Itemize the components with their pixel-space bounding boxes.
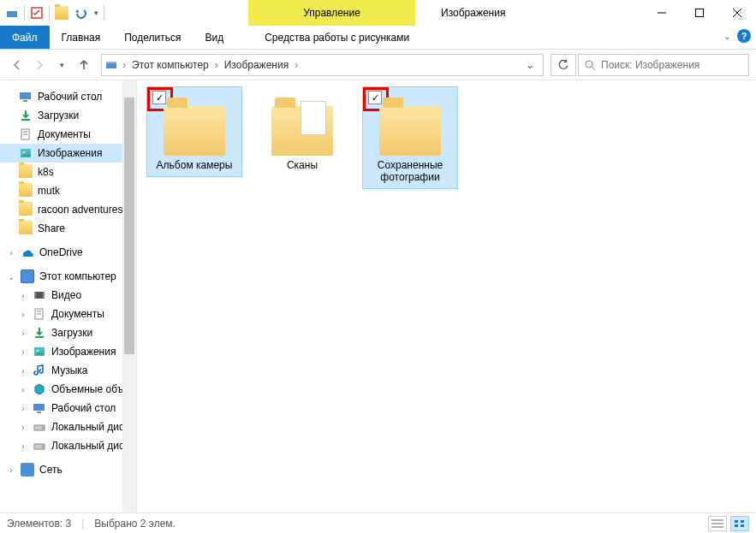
- drive-icon: [33, 420, 46, 434]
- sidebar-item[interactable]: ›Загрузки: [0, 323, 136, 342]
- pic-icon: [33, 345, 46, 358]
- minimize-button[interactable]: [643, 0, 681, 26]
- tab-view[interactable]: Вид: [193, 26, 235, 49]
- svg-rect-1: [7, 9, 17, 11]
- chevron-right-icon[interactable]: ›: [213, 59, 220, 71]
- navigation-sidebar: Рабочий стол📌Загрузки📌Документы📌Изображе…: [0, 80, 137, 512]
- up-button[interactable]: [74, 55, 94, 75]
- monitor-icon: [19, 90, 33, 104]
- sidebar-item[interactable]: ›Локальный диск: [0, 418, 136, 436]
- sidebar-item[interactable]: ›Изображения: [0, 342, 136, 361]
- sidebar-item[interactable]: Загрузки📌: [0, 106, 136, 125]
- cube-icon: [33, 382, 46, 396]
- folder-item[interactable]: ✓Сохраненные фотографии: [363, 87, 457, 188]
- separator: [104, 5, 104, 21]
- sidebar-item-label: Сеть: [39, 464, 63, 476]
- qat-dropdown-icon[interactable]: ▾: [94, 9, 98, 17]
- sidebar-onedrive[interactable]: ›OneDrive: [0, 243, 136, 262]
- svg-rect-12: [23, 100, 27, 102]
- folder-icon: [164, 106, 225, 156]
- network-icon: [21, 463, 34, 477]
- tab-home[interactable]: Главная: [50, 26, 113, 49]
- refresh-button[interactable]: [551, 54, 576, 76]
- doc-icon: [19, 127, 33, 141]
- tab-file[interactable]: Файл: [0, 26, 50, 49]
- folder-label: Сканы: [287, 159, 318, 171]
- sidebar-item[interactable]: racoon adventures: [0, 200, 136, 219]
- sidebar-item[interactable]: ›Объемные объе: [0, 380, 136, 399]
- sidebar-item[interactable]: ›Видео: [0, 286, 136, 305]
- location-icon: [105, 59, 119, 71]
- close-button[interactable]: [718, 0, 756, 26]
- breadcrumb-root[interactable]: Этот компьютер: [129, 59, 211, 71]
- sidebar-scrollbar[interactable]: [122, 80, 136, 512]
- address-dropdown-icon[interactable]: ⌄: [521, 59, 539, 71]
- folder-icon: [19, 221, 33, 237]
- sidebar-item-label: Загрузки: [51, 327, 92, 339]
- folder-icon: [19, 202, 33, 218]
- address-bar[interactable]: › Этот компьютер › Изображения › ⌄: [101, 54, 544, 76]
- forward-button[interactable]: [29, 55, 50, 75]
- sidebar-item[interactable]: Рабочий стол📌: [0, 87, 136, 106]
- sidebar-item-label: Локальный диск: [51, 440, 128, 452]
- sidebar-item[interactable]: ›Документы: [0, 305, 136, 323]
- status-bar: Элементов: 3 | Выбрано 2 элем.: [0, 512, 756, 533]
- download-icon: [33, 326, 46, 340]
- folder-label: Альбом камеры: [157, 159, 233, 171]
- content-area: Рабочий стол📌Загрузки📌Документы📌Изображе…: [0, 80, 756, 512]
- ribbon-collapse-icon[interactable]: ⌄: [723, 32, 730, 41]
- status-selection-count: Выбрано 2 элем.: [94, 518, 176, 530]
- scrollbar-thumb[interactable]: [124, 98, 134, 354]
- doc-icon: [33, 307, 46, 321]
- folder-icon: [271, 106, 333, 156]
- breadcrumb-current[interactable]: Изображения: [222, 59, 291, 71]
- monitor-icon: [33, 401, 46, 415]
- maximize-button[interactable]: [681, 0, 718, 26]
- onedrive-icon: [21, 246, 34, 259]
- sidebar-item-label: racoon adventures: [38, 204, 122, 216]
- sidebar-item[interactable]: ›Рабочий стол: [0, 399, 136, 418]
- folder-item[interactable]: ✓Альбом камеры: [147, 87, 241, 176]
- sidebar-item[interactable]: Документы📌: [0, 125, 136, 144]
- details-view-button[interactable]: [708, 516, 727, 531]
- sidebar-item[interactable]: k8s: [0, 163, 136, 181]
- window-controls: [643, 0, 756, 26]
- sidebar-item[interactable]: Share: [0, 219, 136, 238]
- svg-rect-29: [37, 412, 41, 413]
- status-item-count: Элементов: 3: [7, 518, 71, 530]
- sidebar-thispc[interactable]: ⌄Этот компьютер: [0, 267, 136, 286]
- chevron-right-icon[interactable]: ›: [121, 59, 128, 71]
- back-button[interactable]: [7, 55, 27, 75]
- sidebar-item[interactable]: Изображения📌: [0, 144, 136, 163]
- navigation-bar: ▾ › Этот компьютер › Изображения › ⌄: [0, 50, 756, 80]
- help-icon[interactable]: ?: [737, 29, 751, 43]
- sidebar-item-label: Объемные объе: [51, 383, 129, 395]
- chevron-right-icon[interactable]: ›: [293, 59, 300, 71]
- sidebar-item-label: Рабочий стол: [51, 402, 116, 414]
- tab-picture-tools[interactable]: Средства работы с рисунками: [253, 26, 421, 49]
- tab-share[interactable]: Поделиться: [112, 26, 193, 49]
- search-box[interactable]: [578, 54, 749, 76]
- search-input[interactable]: [601, 59, 743, 71]
- svg-rect-37: [735, 520, 738, 523]
- sidebar-item[interactable]: mutk: [0, 181, 136, 200]
- recent-dropdown-icon[interactable]: ▾: [51, 55, 72, 75]
- svg-rect-8: [106, 62, 116, 63]
- sidebar-item[interactable]: ›Локальный диск: [0, 436, 136, 455]
- qat-undo-icon[interactable]: [74, 6, 89, 20]
- folder-label: Сохраненные фотографии: [365, 159, 455, 183]
- folder-item[interactable]: Сканы: [255, 87, 349, 176]
- sidebar-item-label: Видео: [51, 289, 81, 301]
- folder-pane[interactable]: ✓Альбом камерыСканы✓Сохраненные фотограф…: [137, 80, 756, 512]
- video-icon: [33, 288, 46, 302]
- title-bar: ▾ Управление Изображения: [0, 0, 756, 26]
- sidebar-network[interactable]: ›Сеть: [0, 460, 136, 479]
- svg-rect-4: [696, 9, 704, 17]
- svg-rect-11: [20, 92, 31, 99]
- folder-icon: [19, 183, 33, 199]
- sidebar-item[interactable]: ›Музыка: [0, 361, 136, 380]
- qat-properties-icon[interactable]: [30, 6, 44, 20]
- app-icon: [5, 6, 19, 20]
- qat-folder-icon[interactable]: [55, 6, 68, 20]
- icons-view-button[interactable]: [730, 516, 749, 531]
